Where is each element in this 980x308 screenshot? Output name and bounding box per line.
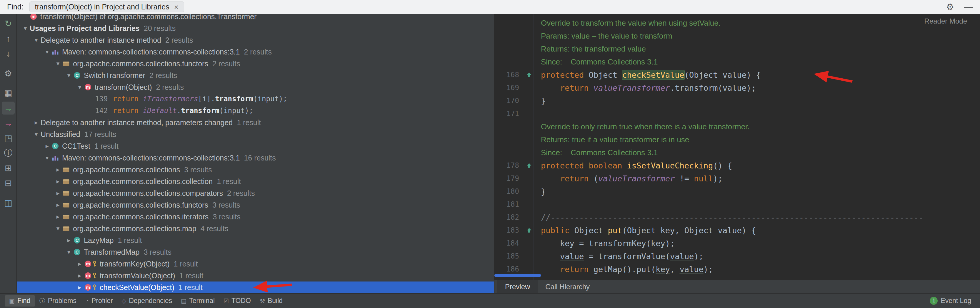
- tree-row[interactable]: ▾mtransform(Object)2 results: [17, 81, 494, 93]
- chevron-right-icon[interactable]: ▸: [32, 119, 41, 126]
- chevron-right-icon[interactable]: ▸: [54, 190, 62, 197]
- gutter-icon-slot[interactable]: [522, 227, 536, 234]
- toolwindow-button-dependencies[interactable]: ◇Dependencies: [117, 295, 177, 306]
- chevron-right-icon[interactable]: ▸: [54, 166, 62, 173]
- tab-preview[interactable]: Preview: [497, 280, 538, 293]
- chevron-down-icon[interactable]: ▾: [43, 48, 51, 55]
- doc-comment-line[interactable]: Override to transform the value when usi…: [495, 16, 980, 29]
- reader-mode-toggle[interactable]: Reader Mode: [924, 17, 967, 26]
- tree-row[interactable]: mtransform(Object) of org.apache.commons…: [17, 14, 494, 22]
- code-line[interactable]: 178protected boolean isSetValueChecking(…: [495, 159, 980, 172]
- chevron-down-icon[interactable]: ▾: [75, 84, 84, 91]
- chevron-down-icon[interactable]: ▾: [64, 249, 73, 255]
- code-line[interactable]: 183public Object put(Object key, Object …: [495, 224, 980, 237]
- code-line[interactable]: 181: [495, 198, 980, 211]
- usage-line-row[interactable]: 139return iTransformers[i].transform(inp…: [17, 93, 494, 105]
- chevron-right-icon[interactable]: ▸: [75, 260, 84, 267]
- chevron-right-icon[interactable]: ▸: [54, 213, 62, 220]
- tree-row[interactable]: ▸CCC1Test1 result: [17, 140, 494, 152]
- chevron-down-icon[interactable]: ▾: [54, 225, 62, 232]
- code-line[interactable]: 184 key = transformKey(key);: [495, 237, 980, 250]
- toolwindow-button-profiler[interactable]: ◔Profiler: [81, 295, 117, 306]
- rerun-search-icon[interactable]: ↻: [2, 17, 15, 30]
- code-line[interactable]: 186 return getMap().put(key, value);: [495, 263, 980, 276]
- chevron-right-icon[interactable]: ▸: [54, 201, 62, 209]
- collapse-all-icon[interactable]: ⊟: [2, 177, 15, 190]
- tree-row[interactable]: ▾Unclassified17 results: [17, 128, 494, 140]
- tree-row[interactable]: ▾Delegate to another instance method2 re…: [17, 34, 494, 46]
- close-tab-icon[interactable]: ×: [174, 3, 178, 11]
- doc-comment-line[interactable]: Returns: the transformed value: [495, 42, 980, 55]
- toolwindow-button-terminal[interactable]: ▤Terminal: [177, 295, 219, 306]
- line-number: 181: [495, 200, 522, 209]
- toolwindow-button-build[interactable]: ⚒Build: [255, 295, 287, 306]
- chevron-right-icon[interactable]: ▸: [75, 272, 84, 279]
- autoscroll-to-source-icon[interactable]: →: [2, 102, 15, 115]
- gutter-icon-slot[interactable]: [522, 162, 536, 169]
- navigate-to-usage-icon[interactable]: →: [2, 116, 15, 129]
- chevron-down-icon[interactable]: ▾: [32, 131, 41, 138]
- select-in-project-icon[interactable]: ◳: [2, 132, 15, 145]
- toolwindow-button-problems[interactable]: ⓘProblems: [35, 295, 81, 306]
- doc-comment-line[interactable]: Since: Commons Collections 3.1: [495, 146, 980, 159]
- doc-comment-line[interactable]: Override to only return true when there …: [495, 120, 980, 133]
- editor-hscrollbar-thumb[interactable]: [495, 274, 541, 277]
- chevron-down-icon[interactable]: ▾: [21, 25, 30, 32]
- group-by-icon[interactable]: ▦: [2, 86, 15, 99]
- tree-row[interactable]: ▸mcheckSetValue(Object)1 result: [17, 281, 494, 293]
- minimize-icon[interactable]: —: [964, 2, 973, 12]
- doc-comment-line[interactable]: Returns: true if a value transformer is …: [495, 133, 980, 146]
- tree-row[interactable]: ▾CSwitchTransformer2 results: [17, 70, 494, 81]
- code-line[interactable]: 168protected Object checkSetValue(Object…: [495, 68, 980, 81]
- code-line[interactable]: 185 value = transformValue(value);: [495, 250, 980, 263]
- tree-row[interactable]: ▾org.apache.commons.collections.map4 res…: [17, 223, 494, 235]
- expand-all-icon[interactable]: ⊞: [2, 162, 15, 175]
- usage-line-row[interactable]: 142return iDefault.transform(input);: [17, 105, 494, 116]
- tree-row[interactable]: ▸mtransformKey(Object)1 result: [17, 258, 494, 270]
- code-line[interactable]: 179 return (valueTransformer != null);: [495, 172, 980, 185]
- tree-row[interactable]: ▸Delegate to another instance method, pa…: [17, 116, 494, 128]
- chevron-down-icon[interactable]: ▾: [43, 154, 51, 161]
- tree-row[interactable]: ▸org.apache.commons.collections3 results: [17, 164, 494, 176]
- settings-icon[interactable]: ⚙: [2, 67, 15, 80]
- next-occurrence-icon[interactable]: ↓: [2, 47, 15, 60]
- chevron-right-icon[interactable]: ▸: [43, 142, 51, 150]
- usage-info-icon[interactable]: ⓘ: [2, 147, 15, 160]
- chevron-down-icon[interactable]: ▾: [54, 60, 62, 67]
- tree-row[interactable]: ▸org.apache.commons.collections.comparat…: [17, 187, 494, 199]
- chevron-right-icon[interactable]: ▸: [75, 284, 84, 291]
- chevron-right-icon[interactable]: ▸: [64, 237, 73, 244]
- search-results-tab[interactable]: transform(Object) in Project and Librari…: [29, 2, 184, 12]
- doc-comment-line[interactable]: Params: value – the value to transform: [495, 29, 980, 42]
- preview-editor[interactable]: Override to transform the value when usi…: [495, 14, 980, 280]
- tree-row[interactable]: ▾CTransformedMap3 results: [17, 246, 494, 258]
- code-line[interactable]: 170}: [495, 94, 980, 107]
- tree-row[interactable]: ▸mtransformValue(Object)1 result: [17, 270, 494, 281]
- class-icon: C: [73, 72, 81, 79]
- usages-tree-panel[interactable]: mtransform(Object) of org.apache.commons…: [17, 14, 494, 293]
- gutter-icon-slot[interactable]: [522, 71, 536, 78]
- code-line[interactable]: 182//-----------------------------------…: [495, 211, 980, 224]
- tree-row[interactable]: ▸CLazyMap1 result: [17, 235, 494, 246]
- code-line[interactable]: 180}: [495, 185, 980, 198]
- preview-usages-icon[interactable]: ◫: [2, 196, 15, 209]
- tree-row[interactable]: ▾Usages in Project and Libraries20 resul…: [17, 22, 494, 34]
- tab-call-hierarchy[interactable]: Call Hierarchy: [538, 280, 597, 293]
- settings-gear-icon[interactable]: ⚙: [946, 2, 954, 12]
- tree-row[interactable]: ▸org.apache.commons.collections.collecti…: [17, 176, 494, 187]
- chevron-down-icon[interactable]: ▾: [32, 37, 41, 43]
- chevron-right-icon[interactable]: ▸: [54, 178, 62, 185]
- doc-comment-line[interactable]: Since: Commons Collections 3.1: [495, 55, 980, 68]
- previous-occurrence-icon[interactable]: ↑: [2, 32, 15, 45]
- chevron-down-icon[interactable]: ▾: [64, 72, 73, 79]
- tree-row[interactable]: ▸org.apache.commons.collections.iterator…: [17, 211, 494, 223]
- tree-row[interactable]: ▾Maven: commons-collections:commons-coll…: [17, 46, 494, 58]
- toolwindow-button-find[interactable]: ▣Find: [5, 295, 35, 306]
- event-log-button[interactable]: Event Log: [940, 297, 971, 305]
- tree-row[interactable]: ▸org.apache.commons.collections.functors…: [17, 199, 494, 211]
- code-line[interactable]: 169 return valueTransformer.transform(va…: [495, 81, 980, 94]
- tree-row[interactable]: ▾Maven: commons-collections:commons-coll…: [17, 152, 494, 164]
- code-line[interactable]: 171: [495, 107, 980, 120]
- tree-row[interactable]: ▾org.apache.commons.collections.functors…: [17, 58, 494, 70]
- toolwindow-button-todo[interactable]: ☑TODO: [219, 295, 255, 306]
